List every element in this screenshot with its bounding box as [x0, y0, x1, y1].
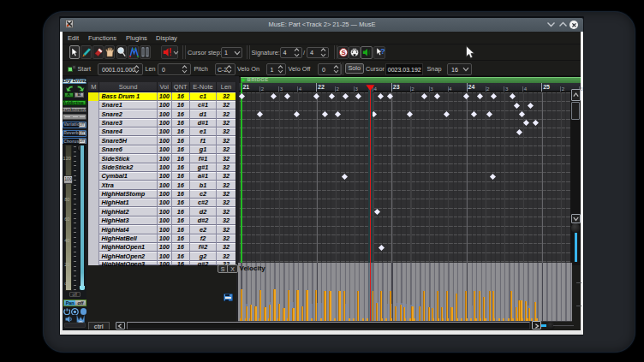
svg-text:?: ?: [380, 47, 385, 56]
svg-text:S: S: [341, 49, 345, 56]
